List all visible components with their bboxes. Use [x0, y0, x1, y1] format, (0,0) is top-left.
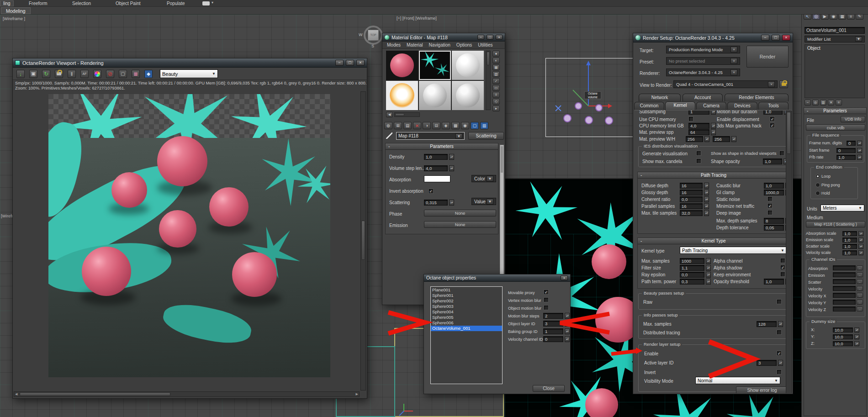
vdb-info-button[interactable]: VDB Info	[841, 116, 865, 122]
scattering-spinner[interactable]: ▴▾	[449, 200, 454, 206]
viewport-label-front[interactable]: [+] [Front] [Wireframe]	[397, 16, 437, 21]
absorption-mode-dropdown[interactable]: Color▼	[471, 175, 496, 182]
rollout-header[interactable]: -Parameters	[386, 143, 498, 150]
velocity-channel-id-spinner[interactable]: ▴▾	[565, 336, 570, 342]
render-setup-titlebar[interactable]: Render Setup: OctaneRender 3.04.3 - 4.25…	[633, 33, 793, 42]
frame-digits-field[interactable]: 0	[847, 141, 856, 146]
gamma-hack-checkbox[interactable]: ✓	[770, 123, 775, 128]
material-navigator-icon[interactable]: ▸	[492, 106, 500, 111]
ribbon-tab-populate[interactable]: Populate	[167, 1, 185, 6]
motion-blur-steps-spinner[interactable]: ▴▾	[565, 313, 570, 319]
render-channel-dropdown[interactable]: Beauty▼	[160, 69, 218, 78]
file-name-button[interactable]: cube.vdb	[806, 124, 865, 131]
remove-modifier-icon[interactable]: ✕	[828, 100, 834, 106]
invert-checkbox[interactable]	[777, 369, 782, 375]
preset-dropdown[interactable]: No preset selected˅	[666, 57, 740, 65]
velocity-x-channel-field[interactable]	[833, 293, 856, 298]
viewport-label-wireframe[interactable]: [Wireframe ]	[3, 16, 25, 21]
parallel-samples-field[interactable]: 16	[680, 203, 703, 209]
object-layer-id-spinner[interactable]: ▴▾	[565, 321, 570, 327]
ping-pong-radio[interactable]	[815, 183, 820, 187]
close-button[interactable]: ×	[782, 35, 790, 41]
parallel-spinner[interactable]: ▴▾	[704, 203, 709, 209]
object-layer-id-field[interactable]: 3	[543, 321, 563, 327]
material-type-button[interactable]: Scattering	[468, 132, 504, 140]
deep-image-checkbox[interactable]	[767, 210, 773, 215]
dummy-z-field[interactable]: 10,0	[833, 341, 853, 346]
velocity-x-channel-pick-button[interactable]: ..	[857, 293, 863, 298]
velocity-channel-id-field[interactable]: 0	[543, 336, 563, 342]
emission-channel-field[interactable]	[833, 272, 856, 277]
kernel-type-dropdown[interactable]: Path Tracing▼	[680, 247, 787, 254]
velocity-z-channel-field[interactable]	[833, 306, 856, 311]
ribbon-tab-freeform[interactable]: Freeform	[29, 1, 48, 6]
sample-slot-volume[interactable]	[386, 51, 418, 80]
velocity-z-channel-pick-button[interactable]: ..	[857, 306, 863, 311]
modeling-tab[interactable]: Modeling	[1, 7, 31, 14]
sample-slot[interactable]	[452, 51, 484, 80]
background-icon[interactable]: ▦	[492, 64, 500, 70]
object-list[interactable]: Plane001 Sphere001 Sphere002 Sphere003 S…	[430, 286, 503, 384]
density-field[interactable]: 1,0	[424, 154, 448, 160]
units-dropdown[interactable]: Meters▼	[820, 205, 864, 211]
texture-tile-icon[interactable]: ▩	[451, 122, 460, 129]
reset-map-icon[interactable]: ✕	[413, 122, 421, 129]
slot-scroll-left-icon[interactable]: ◀	[386, 112, 393, 117]
viewport-vertical-scrollbar[interactable]	[360, 91, 366, 391]
close-button[interactable]: ×	[356, 60, 365, 66]
close-button[interactable]: ×	[561, 275, 568, 280]
cpu-limit-spinner[interactable]: ▴▾	[711, 123, 716, 129]
select-by-material-icon[interactable]: ◇	[492, 99, 500, 105]
mat-h-spinner[interactable]: ▴▾	[731, 136, 736, 142]
material-id-icon[interactable]: ◈	[442, 122, 450, 129]
show-max-candela-checkbox[interactable]	[696, 158, 701, 164]
volume-step-field[interactable]: 4,0	[424, 165, 448, 171]
save-render-icon[interactable]: ↓	[16, 70, 25, 78]
list-item[interactable]: Sphere006	[431, 320, 502, 326]
y-spinner[interactable]: ▴▾	[854, 334, 859, 339]
mat-preview-spp-field[interactable]: 64	[688, 129, 709, 135]
list-item-selected[interactable]: OctaneVolume_001	[431, 326, 502, 331]
subsampling-field[interactable]: 1	[688, 110, 709, 115]
get-material-icon[interactable]: ◍	[384, 122, 392, 129]
path-term-power-field[interactable]: 0,3	[680, 279, 704, 285]
sample-slot[interactable]	[386, 81, 418, 110]
pin-stack-icon[interactable]: −	[804, 100, 811, 106]
tab-render-elements[interactable]: Render Elements	[725, 94, 789, 101]
use-cpu-memory-checkbox[interactable]	[688, 116, 693, 121]
stack-item-object[interactable]: Object	[805, 45, 864, 52]
rollout-header[interactable]: -Kernel Type	[638, 238, 789, 244]
velocity-channel-pick-button[interactable]: ..	[857, 286, 863, 291]
top-view-sphere[interactable]	[575, 102, 582, 110]
movable-proxy-checkbox[interactable]: ✓	[544, 290, 549, 295]
scroll-right-icon[interactable]: ▶	[356, 392, 358, 396]
tab-network[interactable]: Network	[639, 94, 681, 101]
keep-environment-checkbox[interactable]	[780, 272, 785, 277]
pb-spinner[interactable]: ▴▾	[857, 155, 862, 160]
show-error-log-button[interactable]: Show error log	[736, 386, 788, 393]
material-name-dropdown[interactable]: Map #118 ▼	[396, 132, 465, 140]
make-unique-icon[interactable]: ◑	[423, 122, 431, 129]
list-item[interactable]: Sphere003	[431, 304, 502, 309]
subsampling-spinner[interactable]: ▴▾	[711, 110, 716, 115]
show-end-result-icon[interactable]: ◎	[812, 100, 819, 106]
pb-rate-field[interactable]: 1,0	[836, 155, 856, 160]
menu-modes[interactable]: Modes	[387, 42, 401, 48]
tab-kernel[interactable]: Kernel	[665, 101, 695, 110]
emission-scale-field[interactable]: 1,0	[842, 238, 857, 243]
rollout-header[interactable]: -Path Tracing	[638, 172, 789, 179]
glossy-spinner[interactable]: ▴▾	[704, 190, 709, 195]
modifier-stack[interactable]: Object	[804, 44, 865, 98]
hold-radio[interactable]	[815, 191, 820, 195]
distributed-tracing-checkbox[interactable]	[777, 330, 782, 335]
depth-tolerance-field[interactable]: 0,05	[764, 225, 784, 231]
filter-size-field[interactable]: 1,1	[680, 265, 704, 271]
glossy-depth-field[interactable]: 16	[680, 190, 703, 195]
filter-spinner[interactable]: ▴▾	[706, 265, 711, 271]
term-spinner[interactable]: ▴▾	[706, 279, 711, 285]
active-layer-id-field[interactable]: 3	[757, 360, 777, 366]
copy-to-clipboard-icon[interactable]: ▣	[29, 70, 37, 78]
sample-type-icon[interactable]: ●	[492, 51, 500, 57]
video-color-check-icon[interactable]: ✓	[492, 78, 500, 84]
view-to-render-dropdown[interactable]: Quad 4 - OctaneCamera_001˅	[673, 80, 778, 88]
